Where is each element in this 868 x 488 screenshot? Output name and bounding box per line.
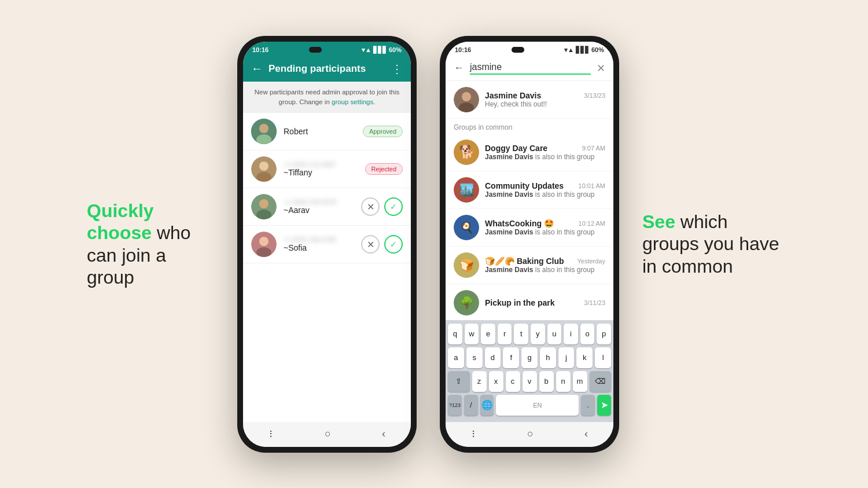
reject-button-aarav[interactable]: ✕ — [361, 197, 380, 216]
chat-name-jasmine: Jasmine Davis — [485, 91, 541, 100]
key-send[interactable]: ➤ — [597, 395, 611, 416]
group-settings-link[interactable]: group settings — [332, 98, 373, 105]
wifi-icon: ▾▲ — [362, 46, 372, 54]
key-o[interactable]: o — [580, 324, 595, 344]
name-robert: Robert — [284, 127, 356, 136]
phone2-nav-bar: ⫶ ○ ‹ — [446, 422, 613, 447]
approve-button-sofia[interactable]: ✓ — [384, 235, 403, 254]
key-g[interactable]: g — [521, 347, 538, 368]
nav-menu-icon-2: ⫶ — [471, 428, 476, 440]
action-buttons-aarav: ✕ ✓ — [361, 197, 403, 216]
group-item-2[interactable]: 🍳WhatsCooking 🤩10:12 AMJasmine Davis is … — [446, 209, 613, 247]
approve-button-aarav[interactable]: ✓ — [384, 197, 403, 216]
key-numbers[interactable]: ?123 — [448, 395, 462, 416]
more-options-icon[interactable]: ⋮ — [391, 62, 403, 76]
phone2-search-header: ← jasmine ✕ — [446, 56, 613, 81]
participant-name-tiffany: +1 (555) 123-4567 ~Tiffany — [284, 161, 358, 177]
group-avatar-4: 🌳 — [454, 290, 479, 315]
keyboard-row-3: ⇧ z x c v b n m ⌫ — [448, 371, 611, 392]
name-tiffany: ~Tiffany — [284, 168, 358, 177]
phone1-notch — [309, 47, 322, 53]
svg-point-4 — [259, 162, 269, 171]
key-q[interactable]: q — [448, 324, 462, 344]
participant-name-aarav: +1 (555) 234-5678 ~Aarav — [284, 199, 354, 215]
group-avatar-0: 🐕 — [454, 140, 479, 165]
back-arrow-icon-2[interactable]: ← — [454, 62, 464, 74]
key-r[interactable]: r — [498, 324, 512, 344]
key-b[interactable]: b — [539, 371, 554, 392]
key-shift[interactable]: ⇧ — [448, 371, 470, 392]
group-name-row-3: 🍞🥖🥐 Baking ClubYesterday — [485, 256, 605, 266]
key-n[interactable]: n — [556, 371, 571, 392]
phone2-status-bar: 10:16 ▾▲ ▋▋▋ 60% — [446, 42, 613, 56]
key-backspace[interactable]: ⌫ — [590, 371, 612, 392]
key-c[interactable]: c — [506, 371, 520, 392]
phone-1-inner: 10:16 ▾▲ ▋▋▋ 60% ← Pending participants … — [243, 42, 411, 447]
key-t[interactable]: t — [514, 324, 528, 344]
key-l[interactable]: l — [595, 347, 611, 368]
key-e[interactable]: e — [481, 324, 495, 344]
group-name-4: Pickup in the park — [485, 298, 555, 307]
name-aarav: ~Aarav — [284, 206, 354, 215]
left-tagline-highlight: Quickly choose — [87, 200, 154, 243]
chat-time-jasmine: 3/13/23 — [584, 92, 605, 99]
group-item-3[interactable]: 🍞🍞🥖🥐 Baking ClubYesterdayJasmine Davis i… — [446, 247, 613, 284]
key-a[interactable]: a — [448, 347, 464, 368]
svg-text:🍳: 🍳 — [459, 220, 474, 234]
wifi-icon-2: ▾▲ — [564, 46, 574, 54]
group-item-1[interactable]: 🏙️Community Updates10:01 AMJasmine Davis… — [446, 171, 613, 209]
reject-button-sofia[interactable]: ✕ — [361, 235, 380, 254]
key-period[interactable]: . — [581, 395, 595, 416]
battery-icon-2: 60% — [591, 46, 604, 53]
number-sofia: +1 (555) 345-6789 — [284, 236, 354, 243]
key-m[interactable]: m — [573, 371, 587, 392]
avatar-jasmine — [454, 87, 479, 112]
action-buttons-sofia: ✕ ✓ — [361, 235, 403, 254]
search-query-display[interactable]: jasmine — [470, 62, 591, 75]
svg-text:🐕: 🐕 — [459, 144, 475, 159]
key-space[interactable]: EN — [496, 395, 579, 416]
back-arrow-icon[interactable]: ← — [251, 62, 263, 75]
key-d[interactable]: d — [485, 347, 501, 368]
participant-name-robert: Robert — [284, 127, 356, 136]
group-item-0[interactable]: 🐕Doggy Day Care9:07 AMJasmine Davis is a… — [446, 134, 613, 171]
key-globe[interactable]: 🌐 — [480, 395, 494, 416]
groups-in-common-label: Groups in common — [446, 119, 613, 134]
phone1-content: New participants need admin approval to … — [243, 82, 411, 422]
name-sofia: ~Sofia — [284, 243, 354, 252]
group-item-4[interactable]: 🌳Pickup in the park3/11/23 — [446, 284, 613, 320]
key-j[interactable]: j — [558, 347, 575, 368]
svg-point-1 — [259, 124, 269, 133]
key-z[interactable]: z — [472, 371, 487, 392]
left-tagline: Quickly choose who can join a group — [87, 200, 214, 289]
clear-search-icon[interactable]: ✕ — [597, 62, 605, 75]
group-info-2: WhatsCooking 🤩10:12 AMJasmine Davis is a… — [485, 219, 605, 236]
key-x[interactable]: x — [489, 371, 503, 392]
key-i[interactable]: i — [564, 324, 578, 344]
phone1-header: ← Pending participants ⋮ — [243, 56, 411, 82]
group-name-2: WhatsCooking 🤩 — [485, 219, 554, 228]
key-h[interactable]: h — [540, 347, 556, 368]
chat-preview-jasmine: Hey, check this out!! — [485, 100, 605, 108]
svg-point-7 — [259, 199, 269, 208]
participant-item-aarav: +1 (555) 234-5678 ~Aarav ✕ ✓ — [243, 188, 411, 226]
group-name-row-1: Community Updates10:01 AM — [485, 181, 605, 190]
key-w[interactable]: w — [465, 324, 479, 344]
nav-menu-icon: ⫶ — [269, 428, 274, 440]
key-u[interactable]: u — [547, 324, 562, 344]
key-slash[interactable]: / — [464, 395, 478, 416]
chat-info-jasmine: Jasmine Davis 3/13/23 Hey, check this ou… — [485, 91, 605, 108]
key-s[interactable]: s — [466, 347, 483, 368]
phone-1-frame: 10:16 ▾▲ ▋▋▋ 60% ← Pending participants … — [237, 36, 417, 453]
key-y[interactable]: y — [531, 324, 545, 344]
chat-item-jasmine[interactable]: Jasmine Davis 3/13/23 Hey, check this ou… — [446, 81, 613, 119]
key-k[interactable]: k — [576, 347, 593, 368]
participant-item-tiffany: +1 (555) 123-4567 ~Tiffany Rejected — [243, 151, 411, 188]
right-tagline: See which groups you have in common — [642, 211, 781, 277]
svg-point-13 — [462, 92, 471, 101]
key-p[interactable]: p — [597, 324, 611, 344]
key-f[interactable]: f — [503, 347, 519, 368]
group-preview-2: Jasmine Davis is also in this group — [485, 228, 605, 236]
key-v[interactable]: v — [523, 371, 537, 392]
phone2-status-icons: ▾▲ ▋▋▋ 60% — [564, 46, 604, 54]
